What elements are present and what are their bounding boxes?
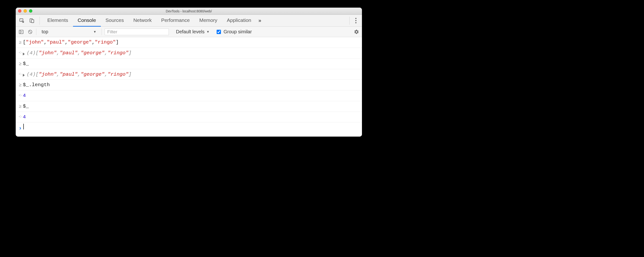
separator: [349, 17, 350, 25]
filter-placeholder: Filter: [107, 29, 117, 35]
separator: [102, 29, 102, 35]
token-dim-italic: ,: [105, 49, 108, 57]
input-marker-icon: ≥: [18, 39, 23, 46]
token-str-italic: "ringo": [108, 71, 128, 78]
result-marker-icon: <·: [18, 49, 23, 56]
tab-console[interactable]: Console: [73, 15, 101, 27]
token-punct: $_: [23, 60, 29, 68]
console-row-content: 4: [23, 92, 360, 99]
token-dim-italic: [: [36, 49, 39, 57]
devtools-menu-button[interactable]: [352, 18, 359, 23]
token-punct: $_.length: [23, 81, 50, 89]
expand-toggle-icon[interactable]: [23, 74, 25, 77]
token-str: "paul": [47, 39, 65, 46]
log-levels-select[interactable]: Default levels ▼: [176, 29, 210, 35]
tab-network[interactable]: Network: [129, 15, 156, 27]
console-settings-icon[interactable]: [354, 29, 360, 35]
separator: [36, 29, 36, 35]
token-punct: ,: [65, 39, 68, 46]
token-str-italic: "john": [38, 71, 56, 78]
console-row-content: [23, 124, 360, 129]
chevron-down-icon: ▼: [206, 30, 210, 34]
devtools-left-tools: [18, 17, 40, 25]
console-row-content: (4) ["john", "paul", "george", "ringo"]: [23, 71, 360, 78]
token-str: "ringo": [95, 39, 116, 46]
token-dim-italic: ]: [129, 49, 132, 57]
console-row-input: ≥["john","paul","george","ringo"]: [16, 37, 362, 48]
console-row-result: <·4: [16, 112, 362, 123]
log-levels-label: Default levels: [176, 29, 204, 35]
tab-label: Memory: [199, 17, 217, 23]
execution-context-label: top: [42, 29, 48, 35]
expand-toggle-icon[interactable]: [23, 53, 25, 56]
token-dim-italic: ,: [105, 71, 108, 78]
console-output: ≥["john","paul","george","ringo"]<·(4) […: [16, 37, 362, 137]
console-row-content: ["john","paul","george","ringo"]: [23, 39, 360, 46]
minimize-window-button[interactable]: [24, 9, 27, 13]
group-similar-label: Group similar: [224, 29, 252, 35]
console-toolbar: top ▼ Filter Default levels ▼ Group simi…: [16, 27, 362, 37]
svg-marker-5: [22, 31, 22, 32]
group-similar-input[interactable]: [217, 30, 221, 34]
token-dim-italic: ,: [78, 49, 80, 57]
token-num: 4: [23, 113, 26, 121]
console-row-result: <·(4) ["john", "paul", "george", "ringo"…: [16, 69, 362, 80]
console-row-content: $_: [23, 60, 360, 68]
input-marker-icon: ≥: [18, 81, 23, 89]
token-punct: ,: [92, 39, 95, 46]
zoom-window-button[interactable]: [29, 9, 32, 13]
token-num: 4: [23, 92, 26, 99]
tab-elements[interactable]: Elements: [42, 15, 73, 27]
svg-rect-3: [19, 30, 23, 34]
chevron-down-icon: ▼: [93, 30, 96, 34]
console-row-input: ≥$_.length: [16, 80, 362, 90]
tab-memory[interactable]: Memory: [194, 15, 222, 27]
svg-line-7: [29, 31, 32, 33]
tab-list: ElementsConsoleSourcesNetworkPerformance…: [42, 15, 256, 27]
console-row-content: 4: [23, 113, 360, 121]
window-title: DevTools - localhost:8080/web/: [166, 9, 212, 13]
token-punct: $_: [23, 103, 29, 110]
console-row-result: <·(4) ["john", "paul", "george", "ringo"…: [16, 48, 362, 59]
tab-sources[interactable]: Sources: [101, 15, 129, 27]
token-str-italic: "john": [38, 49, 56, 57]
clear-console-icon[interactable]: [27, 29, 33, 35]
token-str: "john": [26, 39, 44, 46]
input-marker-icon: ≥: [18, 60, 23, 68]
tab-label: Application: [227, 17, 251, 23]
prompt-marker-icon: ›: [18, 124, 23, 133]
console-row-result: <·4: [16, 90, 362, 101]
close-window-button[interactable]: [18, 9, 22, 13]
token-dim-italic: ]: [129, 71, 132, 78]
tab-performance[interactable]: Performance: [156, 15, 194, 27]
execution-context-select[interactable]: top ▼: [39, 28, 99, 36]
result-marker-icon: <·: [18, 71, 23, 78]
console-row-input: ≥$_: [16, 59, 362, 69]
tab-application[interactable]: Application: [222, 15, 256, 27]
console-row-input: ≥$_: [16, 101, 362, 112]
console-row-content: $_.length: [23, 81, 360, 89]
token-dim-italic: ,: [56, 71, 60, 78]
result-marker-icon: <·: [18, 113, 23, 120]
console-row-content: (4) ["john", "paul", "george", "ringo"]: [23, 49, 360, 57]
device-toolbar-icon[interactable]: [28, 17, 35, 24]
console-filter-input[interactable]: Filter: [105, 29, 169, 35]
input-marker-icon: ≥: [18, 103, 23, 110]
more-tabs-button[interactable]: »: [258, 18, 261, 24]
token-str: "george": [68, 39, 92, 46]
token-punct: ,: [44, 39, 47, 46]
group-similar-checkbox[interactable]: Group similar: [216, 29, 252, 35]
token-str-italic: "paul": [60, 49, 78, 57]
window-controls: [18, 9, 32, 13]
token-str-italic: "ringo": [108, 49, 128, 57]
inspect-element-icon[interactable]: [18, 17, 25, 24]
console-row-prompt[interactable]: ›: [16, 122, 362, 137]
svg-rect-2: [32, 20, 34, 23]
console-row-content: $_: [23, 103, 360, 110]
console-sidebar-toggle-icon[interactable]: [18, 29, 24, 35]
token-dim-italic: ,: [56, 49, 60, 57]
titlebar: DevTools - localhost:8080/web/: [16, 8, 362, 15]
tab-label: Elements: [47, 17, 68, 23]
tab-label: Performance: [161, 17, 190, 23]
tab-label: Sources: [106, 17, 124, 23]
